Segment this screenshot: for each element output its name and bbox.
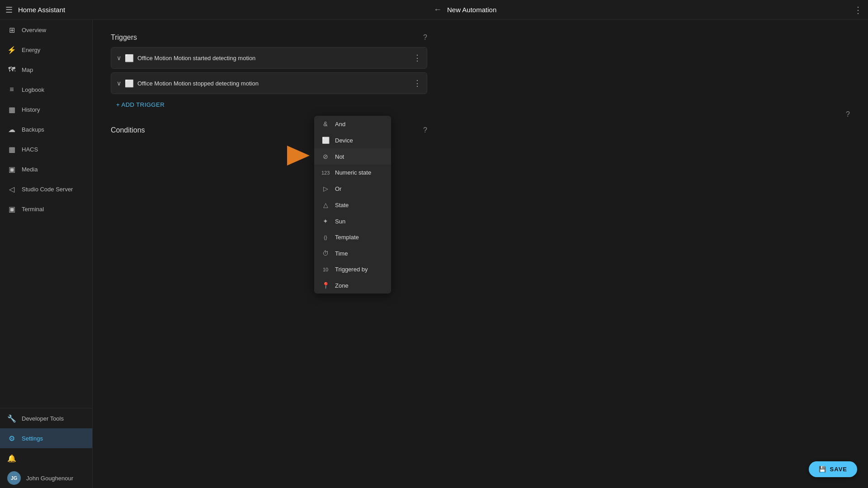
triggered-by-icon: 10 (321, 267, 330, 272)
dropdown-item-triggered-by[interactable]: 10 Triggered by (314, 261, 391, 277)
numeric-state-icon: 123 (321, 170, 330, 175)
dropdown-label-device: Device (335, 137, 353, 144)
sidebar-item-user[interactable]: JG John Goughenour (0, 468, 92, 488)
zone-icon: 📍 (321, 282, 330, 289)
trigger2-more-icon[interactable]: ⋮ (413, 78, 421, 88)
triggers-title: Triggers (111, 33, 137, 42)
trigger1-chevron[interactable]: ∨ (117, 54, 121, 62)
triggers-section: Triggers ? ∨ ⬜ Office Motion Motion star… (111, 33, 427, 112)
developer-tools-icon: 🔧 (7, 414, 16, 423)
dropdown-item-and[interactable]: & And (314, 116, 391, 132)
sidebar-item-settings[interactable]: ⚙ Settings (0, 428, 92, 448)
sidebar-item-notifications[interactable]: 🔔 (0, 448, 92, 468)
sidebar-item-developer-tools[interactable]: 🔧 Developer Tools (0, 408, 92, 428)
terminal-icon: ▣ (7, 205, 16, 213)
user-avatar: JG (7, 471, 21, 485)
conditions-dropdown: & And ⬜ Device ⊘ Not 123 Numeric state ▷… (314, 116, 391, 294)
topbar: ☰ Home Assistant ← New Automation ⋮ (0, 0, 868, 20)
sidebar-item-history[interactable]: ▦ History (0, 99, 92, 119)
sidebar-label-logbook: Logbook (22, 86, 44, 93)
sidebar-item-hacs[interactable]: ▦ HACS (0, 139, 92, 159)
trigger2-text: Office Motion Motion stopped detecting m… (137, 80, 410, 87)
sidebar-item-energy[interactable]: ⚡ Energy (0, 40, 92, 60)
trigger1-text: Office Motion Motion started detecting m… (137, 55, 410, 62)
trigger1-more-icon[interactable]: ⋮ (413, 53, 421, 63)
sidebar: ⊞ Overview ⚡ Energy 🗺 Map ≡ Logbook ▦ Hi… (0, 20, 93, 488)
triggers-header: Triggers ? (111, 33, 427, 42)
notifications-icon: 🔔 (7, 454, 16, 463)
dropdown-item-state[interactable]: △ State (314, 197, 391, 213)
sidebar-label-settings: Settings (22, 435, 43, 442)
sidebar-label-terminal: Terminal (22, 206, 44, 213)
conditions-help-icon[interactable]: ? (423, 126, 427, 134)
sidebar-label-history: History (22, 106, 40, 113)
save-icon: 💾 (819, 466, 826, 473)
dropdown-item-template[interactable]: {} Template (314, 229, 391, 245)
history-icon: ▦ (7, 105, 16, 114)
trigger2-icon: ⬜ (125, 79, 134, 88)
backups-icon: ☁ (7, 125, 16, 134)
dropdown-label-triggered-by: Triggered by (335, 266, 368, 273)
dropdown-item-sun[interactable]: ✦ Sun (314, 213, 391, 229)
trigger1-icon: ⬜ (125, 54, 134, 62)
dropdown-item-not[interactable]: ⊘ Not (314, 148, 391, 165)
menu-icon[interactable]: ☰ (5, 5, 13, 15)
state-icon: △ (321, 201, 330, 208)
trigger2-chevron[interactable]: ∨ (117, 80, 121, 87)
energy-icon: ⚡ (7, 46, 16, 54)
sidebar-label-studio-code-server: Studio Code Server (22, 186, 73, 193)
sidebar-label-media: Media (22, 166, 38, 173)
sidebar-label-developer-tools: Developer Tools (22, 415, 64, 422)
dropdown-label-or: Or (335, 185, 341, 192)
map-icon: 🗺 (7, 66, 16, 74)
sidebar-item-overview[interactable]: ⊞ Overview (0, 20, 92, 40)
dropdown-label-sun: Sun (335, 218, 345, 225)
arrow-indicator (287, 146, 310, 166)
add-trigger-button[interactable]: + ADD TRIGGER (111, 98, 170, 112)
dropdown-item-device[interactable]: ⬜ Device (314, 132, 391, 148)
logbook-icon: ≡ (7, 85, 16, 94)
sidebar-label-user: John Goughenour (26, 475, 73, 482)
sidebar-item-logbook[interactable]: ≡ Logbook (0, 80, 92, 99)
dropdown-label-state: State (335, 202, 349, 208)
sun-icon: ✦ (321, 218, 330, 225)
sidebar-label-backups: Backups (22, 126, 44, 133)
sidebar-item-media[interactable]: ▣ Media (0, 159, 92, 179)
sidebar-item-terminal[interactable]: ▣ Terminal (0, 199, 92, 219)
back-button[interactable]: ← (434, 5, 442, 14)
dropdown-item-numeric-state[interactable]: 123 Numeric state (314, 165, 391, 180)
dropdown-label-and: And (335, 121, 345, 128)
dropdown-label-zone: Zone (335, 282, 349, 289)
sidebar-bottom: 🔧 Developer Tools ⚙ Settings 🔔 JG John G… (0, 408, 92, 488)
device-icon: ⬜ (321, 137, 330, 144)
main-content: Triggers ? ∨ ⬜ Office Motion Motion star… (93, 20, 868, 488)
page-title: New Automation (447, 6, 848, 14)
sidebar-label-overview: Overview (22, 27, 46, 33)
sidebar-item-map[interactable]: 🗺 Map (0, 60, 92, 80)
save-button[interactable]: 💾 SAVE (809, 461, 857, 477)
triggers-help-icon[interactable]: ? (423, 33, 427, 42)
sidebar-label-map: Map (22, 66, 33, 73)
sidebar-item-studio-code-server[interactable]: ◁ Studio Code Server (0, 179, 92, 199)
template-icon: {} (321, 235, 330, 240)
time-icon: ⏱ (321, 250, 330, 257)
main-layout: ⊞ Overview ⚡ Energy 🗺 Map ≡ Logbook ▦ Hi… (0, 20, 868, 488)
dropdown-item-or[interactable]: ▷ Or (314, 180, 391, 197)
dropdown-item-zone[interactable]: 📍 Zone (314, 277, 391, 294)
save-label: SAVE (830, 466, 847, 473)
dropdown-label-not: Not (335, 153, 344, 160)
actions-help-icon[interactable]: ? (846, 110, 850, 118)
dropdown-label-time: Time (335, 250, 348, 257)
media-icon: ▣ (7, 165, 16, 174)
and-icon: & (321, 120, 330, 128)
trigger-item-1: ∨ ⬜ Office Motion Motion started detecti… (111, 47, 427, 69)
dropdown-label-numeric-state: Numeric state (335, 169, 371, 176)
dropdown-label-template: Template (335, 234, 359, 241)
sidebar-item-backups[interactable]: ☁ Backups (0, 119, 92, 139)
dropdown-item-time[interactable]: ⏱ Time (314, 245, 391, 261)
hacs-icon: ▦ (7, 145, 16, 154)
sidebar-label-hacs: HACS (22, 146, 38, 153)
more-icon[interactable]: ⋮ (854, 5, 863, 15)
sidebar-label-energy: Energy (22, 47, 40, 53)
trigger-item-2: ∨ ⬜ Office Motion Motion stopped detecti… (111, 72, 427, 94)
